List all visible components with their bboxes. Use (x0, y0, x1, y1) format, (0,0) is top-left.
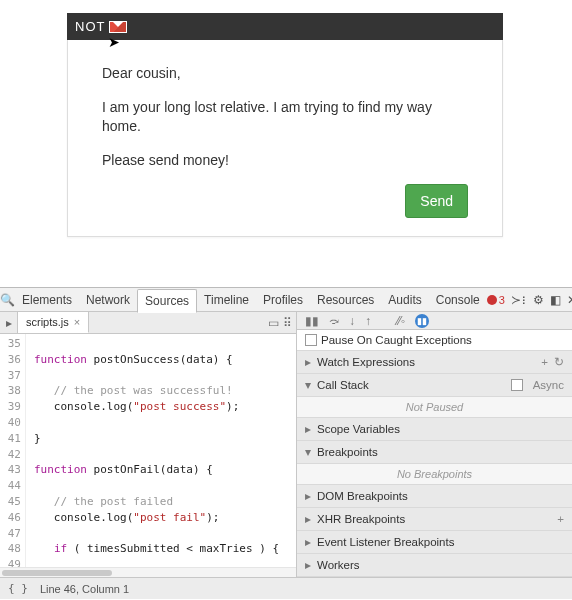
tab-elements[interactable]: Elements (15, 289, 79, 311)
checkbox[interactable] (305, 334, 317, 346)
code-editor[interactable]: 35 36 37 38 39 40 41 42 43 44 45 46 47 4… (0, 334, 296, 567)
tab-console[interactable]: Console (429, 289, 487, 311)
code-content[interactable]: function postOnSuccess(data) { // the po… (26, 334, 296, 567)
pause-caught-label: Pause On Caught Exceptions (321, 334, 472, 346)
deactivate-breakpoints-icon[interactable]: ⁄⁄◦ (397, 314, 405, 328)
no-breakpoints-label: No Breakpoints (297, 464, 572, 485)
history-icon[interactable]: ▭ (268, 316, 279, 330)
line-gutter: 35 36 37 38 39 40 41 42 43 44 45 46 47 4… (0, 334, 26, 567)
add-icon[interactable]: + (557, 513, 564, 525)
workers-header[interactable]: ▸ Workers (297, 554, 572, 577)
sources-left-pane: ▸ scripts.js × ▭ ⠿ 35 36 37 38 39 40 41 … (0, 312, 297, 577)
pause-icon[interactable]: ▮▮ (305, 314, 319, 328)
status-bar: { } Line 46, Column 1 (0, 577, 572, 599)
xhr-breakpoints-header[interactable]: ▸ XHR Breakpoints + (297, 508, 572, 531)
watch-expressions-header[interactable]: ▸ Watch Expressions +↻ (297, 351, 572, 374)
navigator-toggle-icon[interactable]: ▸ (0, 312, 18, 333)
breakpoints-header[interactable]: ▾ Breakpoints (297, 441, 572, 464)
chevron-right-icon: ▸ (305, 355, 315, 369)
chevron-right-icon: ▸ (305, 512, 315, 526)
close-icon[interactable]: × (74, 316, 80, 328)
call-stack-header[interactable]: ▾ Call Stack Async (297, 374, 572, 397)
devtools-toolbar: 🔍 Elements Network Sources Timeline Prof… (0, 288, 572, 312)
email-line: Please send money! (102, 151, 468, 171)
tab-audits[interactable]: Audits (381, 289, 428, 311)
horizontal-scrollbar[interactable] (0, 567, 296, 577)
drawer-icon[interactable]: ≻⫶ (511, 293, 527, 307)
event-listener-breakpoints-header[interactable]: ▸ Event Listener Breakpoints (297, 531, 572, 554)
pause-on-exceptions-icon[interactable]: ▮▮ (415, 314, 429, 328)
step-into-icon[interactable]: ↓ (349, 314, 355, 328)
file-tab-scripts[interactable]: scripts.js × (18, 312, 89, 333)
tab-profiles[interactable]: Profiles (256, 289, 310, 311)
dom-breakpoints-header[interactable]: ▸ DOM Breakpoints (297, 485, 572, 508)
dock-icon[interactable]: ◧ (550, 293, 561, 307)
tab-timeline[interactable]: Timeline (197, 289, 256, 311)
send-button[interactable]: Send (405, 184, 468, 218)
email-body: Dear cousin, I am your long lost relativ… (67, 40, 503, 237)
debugger-toolbar: ▮▮ ⤼ ↓ ↑ ⁄⁄◦ ▮▮ (297, 312, 572, 330)
chevron-right-icon: ▸ (305, 422, 315, 436)
cursor-position: Line 46, Column 1 (40, 583, 129, 595)
file-tabs: ▸ scripts.js × ▭ ⠿ (0, 312, 296, 334)
gear-icon[interactable]: ⚙ (533, 293, 544, 307)
pretty-print-icon[interactable]: { } (8, 582, 28, 595)
brand-label: NOT (75, 19, 105, 34)
email-app: NOT ➤ Dear cousin, I am your long lost r… (67, 13, 503, 237)
checkbox[interactable] (511, 379, 523, 391)
more-icon[interactable]: ⠿ (283, 316, 292, 330)
tab-resources[interactable]: Resources (310, 289, 381, 311)
chevron-down-icon: ▾ (305, 378, 315, 392)
mail-icon (109, 21, 127, 33)
debugger-sidebar: ▮▮ ⤼ ↓ ↑ ⁄⁄◦ ▮▮ Pause On Caught Exceptio… (297, 312, 572, 577)
tab-network[interactable]: Network (79, 289, 137, 311)
pause-caught-row[interactable]: Pause On Caught Exceptions (297, 330, 572, 351)
error-badge[interactable]: 3 (487, 294, 505, 306)
step-over-icon[interactable]: ⤼ (329, 314, 339, 328)
chevron-right-icon: ▸ (305, 489, 315, 503)
email-titlebar: NOT (67, 13, 503, 40)
chevron-right-icon: ▸ (305, 558, 315, 572)
chevron-right-icon: ▸ (305, 535, 315, 549)
scope-variables-header[interactable]: ▸ Scope Variables (297, 418, 572, 441)
search-icon[interactable]: 🔍 (0, 293, 15, 307)
email-greeting: Dear cousin, (102, 64, 468, 84)
close-icon[interactable]: ✕ (567, 293, 572, 307)
step-out-icon[interactable]: ↑ (365, 314, 371, 328)
devtools-panel: 🔍 Elements Network Sources Timeline Prof… (0, 287, 572, 600)
email-line: I am your long lost relative. I am tryin… (102, 98, 468, 137)
chevron-down-icon: ▾ (305, 445, 315, 459)
add-icon[interactable]: + (541, 356, 548, 368)
file-tab-label: scripts.js (26, 316, 69, 328)
not-paused-label: Not Paused (297, 397, 572, 418)
tab-sources[interactable]: Sources (137, 289, 197, 313)
refresh-icon[interactable]: ↻ (554, 355, 564, 369)
